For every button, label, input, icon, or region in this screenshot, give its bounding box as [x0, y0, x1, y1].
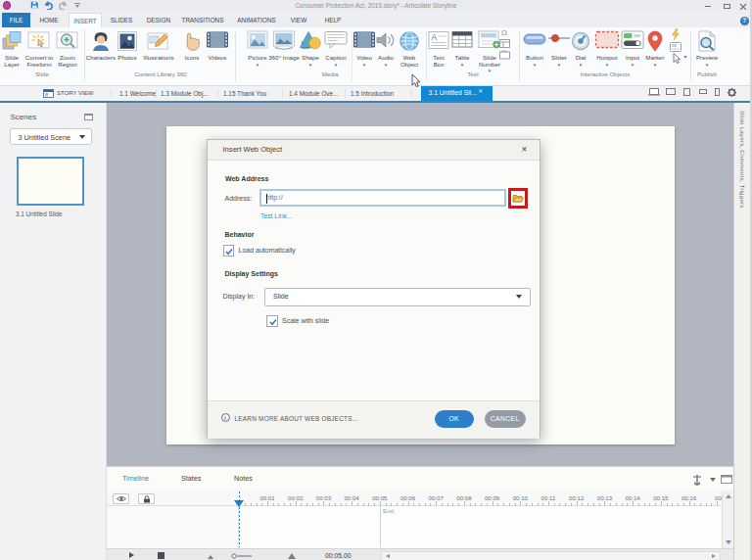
svg-text:A: A: [432, 32, 438, 42]
